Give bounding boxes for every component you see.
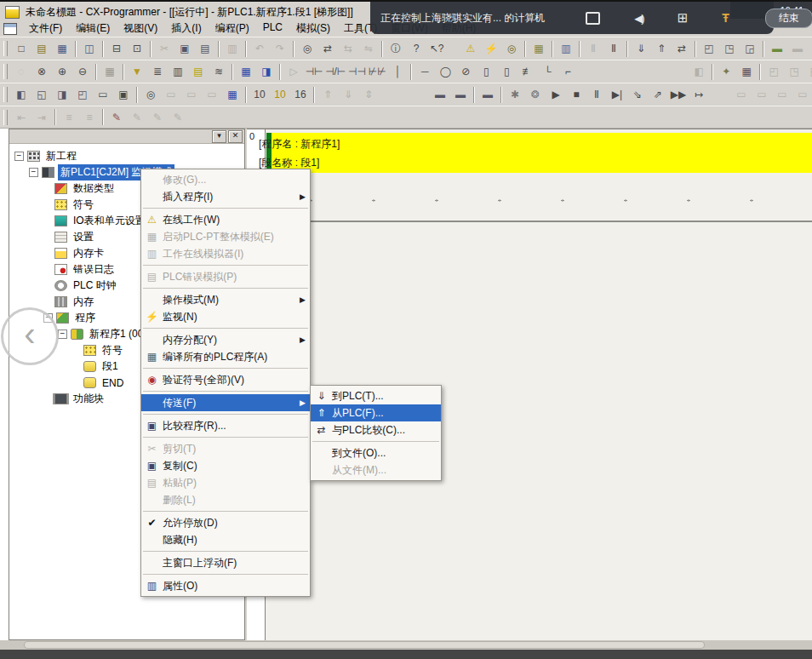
panel-tool-2-button[interactable]: ▭ [752, 86, 772, 104]
upload-from-plc-button[interactable]: ⇑ [651, 40, 672, 58]
menubar-item[interactable]: 视图(V) [117, 20, 164, 37]
compare-with-plc-button[interactable]: ⇄ [672, 40, 692, 58]
monitor-window-button[interactable]: ▥ [168, 63, 188, 81]
auto-online-button[interactable]: ▥ [556, 40, 576, 58]
tree-item[interactable]: −新工程 [9, 148, 244, 164]
marker-pen-4-button[interactable]: ✎ [168, 108, 188, 126]
new-or-contact-button[interactable]: ⊣⊣ [346, 63, 367, 81]
new-vertical-button[interactable]: │ [387, 63, 408, 81]
pointer-icon[interactable]: Ŧ [722, 11, 729, 25]
speaker-icon[interactable]: ◀) [634, 12, 643, 25]
menubar-item[interactable]: 编辑(E) [69, 20, 117, 37]
toggle-watch-window-button[interactable]: ◨ [52, 86, 72, 104]
sim-run-button[interactable]: ▶ [546, 86, 566, 104]
outdent-rung-button[interactable]: ⇤ [11, 108, 31, 126]
compare-program-button[interactable]: ◫ [79, 40, 100, 58]
new-window-icon[interactable]: ⊞ [678, 10, 689, 26]
redo-button[interactable]: ↷ [270, 40, 290, 58]
end-session-button[interactable]: 结束 [765, 9, 812, 28]
remote-back-button[interactable]: ‹ [1, 307, 59, 365]
pause-button[interactable]: Ⅱ [603, 40, 624, 58]
context-menu-item[interactable]: ▥属性(O) [141, 577, 310, 594]
context-menu-item[interactable]: 操作模式(M)▶ [141, 291, 310, 308]
context-menu-item[interactable]: ▦启动PLC-PT整体模拟(E) [141, 228, 310, 245]
context-menu-item[interactable]: ⚡监视(N) [141, 308, 310, 325]
watch-window-button[interactable]: ▬ [767, 40, 787, 58]
print-button[interactable]: ⊟ [106, 40, 127, 58]
menubar-item[interactable]: 文件(F) [22, 20, 69, 37]
workspace-button[interactable]: ◰ [72, 86, 93, 104]
force-set-button[interactable]: ✦ [716, 63, 736, 81]
new-instruction-button[interactable]: ▯ [476, 63, 496, 81]
invert-operand-button[interactable]: ⌐ [558, 63, 578, 81]
ladder-window-button[interactable]: ▤ [188, 63, 209, 81]
context-menu-item[interactable]: ▣比较程序(R)... [141, 417, 310, 434]
go-previous-button[interactable]: ⇑ [317, 86, 338, 104]
align-rungs-button[interactable]: ≡ [59, 108, 79, 126]
online-edit-button[interactable]: ▬ [477, 86, 498, 104]
new-file-button[interactable]: □ [11, 40, 31, 58]
paste-button[interactable]: ▤ [195, 40, 215, 58]
new-contact-button[interactable]: ⊣⊢ [304, 63, 324, 81]
find-button[interactable]: ◎ [297, 40, 317, 58]
context-menu-item[interactable]: 修改(G)... [141, 171, 310, 188]
sim-pause-button[interactable]: Ⅱ [586, 86, 607, 104]
context-menu-item[interactable]: 内存分配(Y)▶ [141, 331, 310, 348]
align-comments-button[interactable]: ≡ [79, 108, 100, 126]
cut-button[interactable]: ✂ [154, 40, 174, 58]
context-menu-item[interactable]: ▥工作在线模拟器(I) [141, 245, 310, 262]
undo-button[interactable]: ↶ [249, 40, 270, 58]
save-file-button[interactable]: ▦ [52, 40, 72, 58]
step-in-button[interactable]: ⇘ [627, 86, 648, 104]
replace-button[interactable]: ⇄ [317, 40, 338, 58]
sim-stop-button[interactable]: ■ [566, 86, 586, 104]
new-block-button[interactable]: └ [537, 63, 558, 81]
menubar-item[interactable]: 编程(P) [209, 20, 256, 37]
toolbar-grip[interactable] [3, 87, 8, 102]
fullscreen-icon[interactable] [586, 12, 600, 25]
delete-rung-button[interactable]: ◳ [784, 63, 804, 81]
show-grid-button[interactable]: ▦ [100, 63, 120, 81]
work-online-button[interactable]: ⚠ [460, 40, 481, 58]
find-binoculars-button[interactable]: ◎ [140, 86, 161, 104]
download-to-plc-button[interactable]: ⇓ [631, 40, 651, 58]
open-file-button[interactable]: ▤ [31, 40, 52, 58]
tree-expander-icon[interactable]: − [29, 168, 38, 177]
panel-tool-1-button[interactable]: ▭ [731, 86, 752, 104]
new-coil-button[interactable]: ◯ [435, 63, 455, 81]
menubar-item[interactable]: PLC [256, 20, 289, 37]
force-off-button[interactable]: ◳ [719, 40, 740, 58]
menubar-item[interactable]: 模拟(S) [289, 20, 337, 37]
marker-pen-3-button[interactable]: ✎ [147, 108, 168, 126]
window-properties-button[interactable]: ▣ [113, 86, 134, 104]
context-menu-item[interactable]: ✔允许停放(D) [141, 514, 310, 531]
indent-rung-button[interactable]: ⇥ [31, 108, 52, 126]
context-menu-item[interactable]: 插入程序(I)▶ [141, 188, 310, 205]
monitor-data-2-button[interactable]: ▭ [181, 86, 202, 104]
address-list-button[interactable]: ≣ [147, 63, 168, 81]
check-rung-button[interactable]: ◱ [804, 63, 812, 81]
panel-tool-4-button[interactable]: ▭ [792, 86, 812, 104]
select-tool-button[interactable]: ▷ [283, 63, 304, 81]
tree-expander-icon[interactable]: − [58, 330, 67, 339]
marker-pen-1-button[interactable]: ✎ [106, 108, 127, 126]
monitor-mode-button[interactable]: ⚡ [481, 40, 501, 58]
step-run-button[interactable]: ▶| [607, 86, 627, 104]
toolbar-grip[interactable] [3, 41, 8, 56]
paste-special-button[interactable]: ▥ [222, 40, 243, 58]
new-or-closed-contact-button[interactable]: ⊬⊬ [367, 63, 387, 81]
submenu-item[interactable]: 到文件(O)... [311, 444, 441, 461]
dialog-view-button[interactable]: ▦ [236, 63, 256, 81]
horizontal-scrollbar[interactable] [0, 640, 812, 650]
new-timer-button[interactable]: ≢ [517, 63, 537, 81]
pause-at-point-button[interactable]: ✱ [505, 86, 525, 104]
tree-expander-icon[interactable]: − [14, 152, 24, 161]
pause-monitor-button[interactable]: Ⅱ [583, 40, 603, 58]
context-menu-item[interactable]: 隐藏(H) [141, 531, 310, 548]
select-zoom-button[interactable]: ◌ [11, 63, 31, 81]
context-menu-item[interactable]: ◉验证符号(全部)(V) [141, 371, 310, 388]
context-help-button[interactable]: ↖? [426, 40, 447, 58]
toggle-output-window-button[interactable]: ◱ [31, 86, 52, 104]
panel-tool-3-button[interactable]: ▭ [772, 86, 792, 104]
differential-monitor-button[interactable]: ◧ [689, 63, 709, 81]
